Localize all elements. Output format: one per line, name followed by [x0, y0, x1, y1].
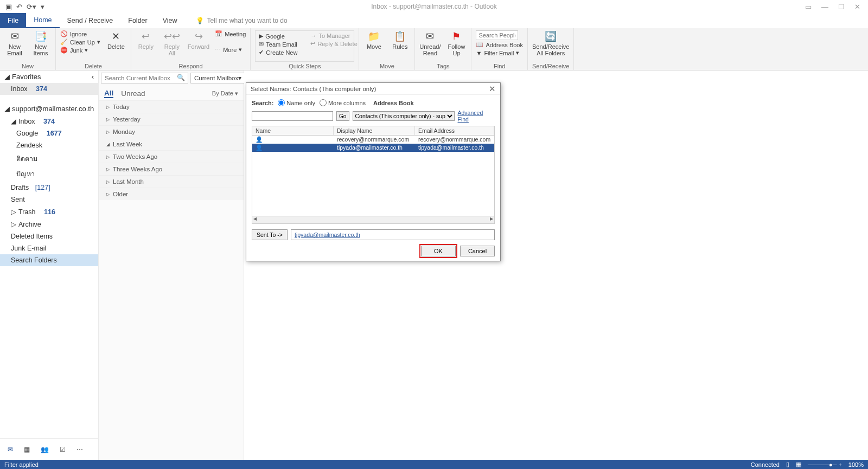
folder-junk[interactable]: Junk E-mail [0, 242, 98, 254]
date-group[interactable]: ▷ Older [99, 188, 244, 200]
date-group[interactable]: ▷ Today [99, 100, 244, 113]
reply-all-button[interactable]: ↩↩Reply All [162, 30, 182, 56]
ignore-button[interactable]: 🚫Ignore [60, 30, 100, 37]
folder-google[interactable]: Google 1677 [0, 127, 98, 139]
contacts-list[interactable]: 👤recovery@normmarque.comrecovery@normmar… [252, 135, 495, 216]
rules-button[interactable]: 📋Rules [390, 30, 410, 50]
person-icon: 👤 [256, 136, 263, 143]
nav-mail-icon[interactable]: ✉ [8, 446, 13, 453]
qat-undo-icon[interactable]: ↶ [16, 3, 22, 11]
nav-people-icon[interactable]: 👥 [41, 446, 49, 453]
nav-calendar-icon[interactable]: ▦ [24, 446, 30, 453]
new-email-icon: ✉ [9, 30, 21, 42]
favorites-header[interactable]: ◢ Favorites‹ [0, 70, 98, 83]
folder-deleted[interactable]: Deleted Items [0, 230, 98, 242]
date-group[interactable]: ◢ Last Week [99, 138, 244, 150]
qs-to-manager[interactable]: → To Manager [310, 33, 357, 39]
qat-outlook-icon[interactable]: ▣ [5, 3, 12, 11]
contact-row[interactable]: 👤tipyada@mailmaster.co.thtipyada@mailmas… [252, 144, 494, 152]
search-icon[interactable]: 🔍 [177, 74, 185, 81]
qs-google[interactable]: ▶ Google [259, 33, 297, 40]
sent-to-button[interactable]: Sent To -> [252, 229, 288, 240]
qs-reply-delete[interactable]: ↩ Reply & Delete [310, 40, 357, 47]
new-email-button[interactable]: ✉New Email [4, 30, 25, 56]
qs-create-new[interactable]: ✔ Create New [259, 49, 297, 56]
view-reading-icon[interactable]: ▦ [796, 461, 801, 468]
folder-sent[interactable]: Sent [0, 194, 98, 205]
qat-send-receive-icon[interactable]: ⟳▾ [27, 3, 36, 11]
tab-file[interactable]: File [0, 13, 26, 28]
contact-row[interactable]: 👤recovery@normmarque.comrecovery@normmar… [252, 136, 494, 144]
unread-read-button[interactable]: ✉Unread/ Read [419, 30, 441, 56]
nav-tasks-icon[interactable]: ☑ [60, 446, 66, 453]
tab-view[interactable]: View [155, 13, 185, 28]
follow-up-button[interactable]: ⚑Follow Up [446, 30, 467, 56]
tell-me-text[interactable]: Tell me what you want to do [207, 17, 288, 24]
date-group[interactable]: ▷ Yesterday [99, 113, 244, 125]
cleanup-button[interactable]: 🧹Clean Up ▾ [60, 38, 100, 46]
tab-home[interactable]: Home [26, 13, 59, 28]
search-mailbox-input[interactable] [101, 73, 188, 83]
col-email[interactable]: Email Address [415, 126, 494, 135]
cancel-button[interactable]: Cancel [460, 246, 495, 256]
group-new-label: New [4, 62, 51, 69]
radio-more-columns[interactable]: More columns [320, 99, 366, 106]
folder-drafts[interactable]: Drafts [127] [0, 182, 98, 194]
search-name-input[interactable] [252, 111, 333, 121]
meeting-button[interactable]: 📅Meeting [215, 30, 246, 37]
qat-customize-icon[interactable]: ▾ [41, 3, 44, 11]
sent-to-field[interactable]: tipyada@mailmaster.co.th [291, 229, 495, 240]
filter-unread[interactable]: Unread [121, 89, 145, 98]
folder-zendesk[interactable]: Zendesk [0, 139, 98, 151]
maximize-icon[interactable]: ☐ [838, 3, 845, 11]
address-book-select[interactable]: Contacts (This computer only) - support@… [353, 111, 455, 121]
minimize-icon[interactable]: — [821, 3, 828, 11]
dialog-close-icon[interactable]: ✕ [489, 84, 496, 94]
folder-archive[interactable]: ▷ Archive [0, 218, 98, 230]
folder-trash[interactable]: ▷ Trash 116 [0, 205, 98, 218]
forward-button[interactable]: ↪Forward [188, 30, 209, 50]
qs-team-email[interactable]: ✉ Team Email [259, 41, 297, 48]
view-normal-icon[interactable]: ▯ [786, 461, 789, 468]
date-group[interactable]: ▷ Last Month [99, 175, 244, 188]
reply-button[interactable]: ↩Reply [136, 30, 156, 50]
junk-icon: ⛔ [60, 47, 68, 54]
junk-button[interactable]: ⛔Junk ▾ [60, 47, 100, 54]
filter-all[interactable]: All [104, 89, 113, 98]
folder-search-folders[interactable]: Search Folders [0, 254, 98, 266]
delete-button[interactable]: ✕Delete [106, 30, 126, 50]
date-group[interactable]: ▷ Three Weeks Ago [99, 163, 244, 175]
group-respond-label: Respond [136, 62, 246, 69]
advanced-find-link[interactable]: Advanced Find [458, 110, 495, 123]
go-button[interactable]: Go [336, 111, 349, 121]
account-header[interactable]: ◢ support@mailmaster.co.th [0, 102, 98, 115]
search-people-input[interactable] [476, 30, 518, 40]
tab-send-receive[interactable]: Send / Receive [60, 13, 121, 28]
address-book-button[interactable]: 📖Address Book [476, 41, 522, 48]
sort-by-date[interactable]: By Date ▾ [212, 90, 238, 97]
folder-inbox[interactable]: ◢ Inbox 374 [0, 115, 98, 127]
ok-button[interactable]: OK [421, 246, 456, 256]
tab-folder[interactable]: Folder [120, 13, 155, 28]
lightbulb-icon: 💡 [196, 17, 204, 24]
date-group[interactable]: ▷ Monday [99, 125, 244, 138]
filter-email-button[interactable]: ▼Filter Email ▾ [476, 49, 522, 56]
search-scope-dropdown[interactable]: Current Mailbox ▾ [190, 73, 245, 83]
col-display[interactable]: Display Name [334, 126, 415, 135]
zoom-slider[interactable]: ─────●─ + [808, 461, 842, 468]
person-icon: 👤 [256, 144, 263, 151]
new-items-button[interactable]: 📑New Items [30, 30, 51, 56]
favorites-inbox[interactable]: Inbox 374 [0, 83, 98, 95]
nav-more-icon[interactable]: ⋯ [76, 446, 83, 453]
more-respond-button[interactable]: ⋯More ▾ [215, 46, 246, 53]
move-button[interactable]: 📁Move [363, 30, 384, 50]
ribbon-display-options-icon[interactable]: ▭ [805, 3, 812, 11]
folder-th1[interactable]: ติดตาม [0, 151, 98, 166]
radio-name-only[interactable]: Name only [278, 99, 315, 106]
close-icon[interactable]: ✕ [854, 3, 860, 11]
send-receive-all-button[interactable]: 🔄Send/Receive All Folders [532, 30, 570, 56]
col-name[interactable]: Name [252, 126, 334, 135]
horizontal-scrollbar[interactable] [252, 216, 495, 224]
folder-th2[interactable]: ปัญหา [0, 166, 98, 182]
date-group[interactable]: ▷ Two Weeks Ago [99, 150, 244, 163]
